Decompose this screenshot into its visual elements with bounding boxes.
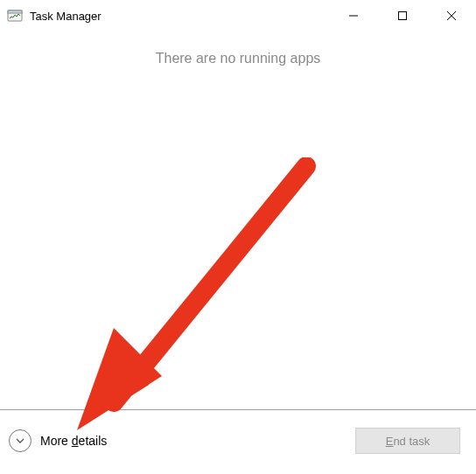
maximize-button[interactable] bbox=[378, 0, 427, 31]
titlebar-buttons bbox=[329, 0, 476, 31]
minimize-button[interactable] bbox=[329, 0, 378, 31]
svg-rect-1 bbox=[8, 10, 22, 13]
svg-rect-3 bbox=[399, 12, 407, 20]
window-title: Task Manager bbox=[30, 10, 329, 23]
more-details-label: More details bbox=[40, 434, 107, 448]
content-area: There are no running apps bbox=[0, 31, 476, 409]
footer: More details End task bbox=[0, 410, 476, 471]
close-button[interactable] bbox=[427, 0, 476, 31]
titlebar: Task Manager bbox=[0, 0, 476, 31]
more-details-button[interactable]: More details bbox=[9, 429, 107, 452]
empty-message: There are no running apps bbox=[0, 51, 476, 66]
chevron-down-icon bbox=[9, 429, 32, 452]
end-task-button[interactable]: End task bbox=[355, 428, 460, 454]
task-manager-icon bbox=[7, 8, 23, 24]
